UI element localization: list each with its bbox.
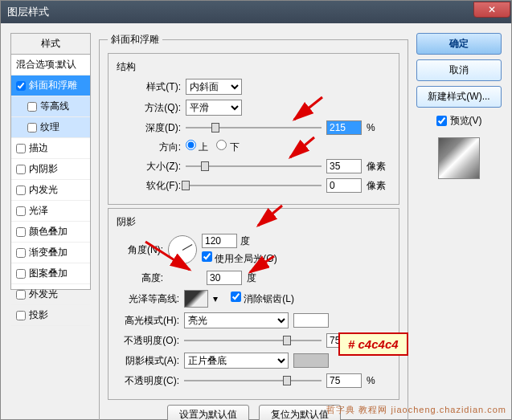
shadow-mode-select[interactable]: 正片叠底: [184, 353, 289, 369]
cancel-button[interactable]: 取消: [416, 59, 502, 81]
style-item-innershadow[interactable]: 内阴影: [11, 159, 90, 180]
antialias-checkbox[interactable]: [231, 292, 241, 302]
soften-unit: 像素: [367, 179, 391, 193]
style-item-outerglow[interactable]: 外发光: [11, 284, 90, 305]
altitude-input[interactable]: [207, 271, 242, 285]
gloss-contour-swatch[interactable]: [184, 290, 208, 308]
style-item-blending[interactable]: 混合选项:默认: [11, 55, 90, 75]
shading-group: 阴影 角度(N): 度 使用全局光(G) 高度:: [108, 208, 399, 400]
dir-down-radio[interactable]: [216, 140, 227, 150]
style-item-dropshadow[interactable]: 投影: [11, 305, 90, 326]
size-unit: 像素: [367, 160, 391, 173]
style-item-patternoverlay[interactable]: 图案叠加: [11, 263, 90, 284]
soften-label: 软化(F):: [117, 179, 181, 193]
window-title: 图层样式: [7, 5, 49, 19]
structure-legend: 结构: [117, 60, 391, 74]
right-panel: 确定 取消 新建样式(W)... 预览(V): [416, 33, 502, 410]
stroke-checkbox[interactable]: [16, 144, 26, 153]
angle-widget[interactable]: [168, 235, 197, 264]
make-default-button[interactable]: 设置为默认值: [167, 405, 249, 420]
style-item-gradientoverlay[interactable]: 渐变叠加: [11, 243, 90, 263]
global-light-option[interactable]: 使用全局光(G): [202, 251, 277, 266]
chevron-down-icon[interactable]: ▾: [213, 293, 218, 304]
layer-style-dialog: 图层样式 ✕ 样式 混合选项:默认 斜面和浮雕 等高线 纹理 描边 内阴影 内发…: [0, 0, 512, 420]
technique-label: 方法(Q):: [117, 101, 181, 115]
style-select[interactable]: 内斜面: [186, 79, 242, 95]
depth-slider[interactable]: [186, 122, 322, 133]
innerglow-checkbox[interactable]: [16, 186, 26, 195]
bevel-group: 斜面和浮雕 结构 样式(T): 内斜面 方法(Q): 平滑 深度(D):: [99, 33, 408, 420]
gradientoverlay-checkbox[interactable]: [16, 248, 26, 258]
soften-slider[interactable]: [186, 180, 322, 191]
opacity1-slider[interactable]: [184, 335, 322, 346]
satin-checkbox[interactable]: [16, 206, 26, 216]
styles-list: 样式 混合选项:默认 斜面和浮雕 等高线 纹理 描边 内阴影 内发光 光泽 颜色…: [10, 33, 91, 290]
annotation-note: # c4c4c4: [338, 332, 408, 356]
new-style-button[interactable]: 新建样式(W)...: [416, 86, 502, 108]
style-item-contour[interactable]: 等高线: [11, 96, 90, 117]
dropshadow-checkbox[interactable]: [16, 311, 26, 320]
style-item-satin[interactable]: 光泽: [11, 201, 90, 222]
angle-input[interactable]: [202, 234, 237, 248]
patternoverlay-checkbox[interactable]: [16, 269, 26, 279]
ok-button[interactable]: 确定: [416, 33, 502, 55]
angle-label: 角度(N):: [117, 243, 163, 257]
styles-header: 样式: [11, 34, 90, 55]
style-item-bevel[interactable]: 斜面和浮雕: [11, 75, 90, 96]
preview-swatch: [438, 137, 480, 179]
size-slider[interactable]: [186, 161, 322, 172]
style-item-texture[interactable]: 纹理: [11, 117, 90, 138]
altitude-label: 高度:: [117, 271, 163, 285]
style-item-coloroverlay[interactable]: 颜色叠加: [11, 222, 90, 243]
outerglow-checkbox[interactable]: [16, 290, 26, 300]
watermark: 哲字典 教程网 jiaocheng.chazidian.com: [326, 404, 506, 416]
coloroverlay-checkbox[interactable]: [16, 227, 26, 237]
dir-down-option[interactable]: 下: [216, 140, 239, 154]
bevel-checkbox[interactable]: [16, 81, 26, 91]
highlight-color-swatch[interactable]: [293, 313, 329, 328]
close-button[interactable]: ✕: [473, 2, 510, 18]
shading-legend: 阴影: [117, 215, 391, 229]
structure-group: 结构 样式(T): 内斜面 方法(Q): 平滑 深度(D): %: [108, 53, 399, 205]
texture-checkbox[interactable]: [27, 123, 37, 133]
shadow-mode-label: 阴影模式(A):: [117, 354, 179, 368]
dir-up-option[interactable]: 上: [186, 140, 208, 154]
highlight-mode-label: 高光模式(H):: [117, 314, 179, 328]
contour-label: 光泽等高线:: [117, 292, 179, 306]
opacity2-input[interactable]: [326, 373, 362, 388]
contour-checkbox[interactable]: [27, 102, 37, 112]
titlebar: 图层样式 ✕: [1, 1, 511, 23]
opacity2-unit: %: [367, 375, 391, 386]
style-item-innerglow[interactable]: 内发光: [11, 180, 90, 201]
shadow-color-swatch[interactable]: [293, 353, 329, 368]
depth-input[interactable]: [326, 120, 362, 135]
style-label: 样式(T):: [117, 80, 181, 94]
preview-checkbox[interactable]: [436, 116, 447, 126]
styles-panel: 样式 混合选项:默认 斜面和浮雕 等高线 纹理 描边 内阴影 内发光 光泽 颜色…: [10, 33, 91, 410]
dir-up-radio[interactable]: [186, 140, 196, 150]
angle-unit: 度: [240, 234, 250, 248]
style-item-stroke[interactable]: 描边: [11, 138, 90, 159]
opacity2-label: 不透明度(C):: [117, 374, 179, 388]
direction-label: 方向:: [117, 141, 181, 154]
opacity2-slider[interactable]: [184, 375, 322, 386]
altitude-unit: 度: [247, 271, 256, 285]
antialias-option[interactable]: 消除锯齿(L): [231, 292, 294, 306]
preview-option[interactable]: 预览(V): [416, 114, 502, 128]
soften-input[interactable]: [326, 178, 362, 193]
global-light-checkbox[interactable]: [202, 251, 212, 262]
depth-label: 深度(D):: [117, 121, 181, 135]
highlight-mode-select[interactable]: 亮光: [184, 312, 289, 328]
size-label: 大小(Z):: [117, 160, 181, 173]
bevel-legend: 斜面和浮雕: [108, 33, 162, 47]
innershadow-checkbox[interactable]: [16, 165, 26, 174]
size-input[interactable]: [326, 159, 362, 173]
technique-select[interactable]: 平滑: [186, 100, 242, 116]
opacity1-label: 不透明度(O):: [117, 334, 179, 348]
depth-unit: %: [367, 122, 391, 133]
